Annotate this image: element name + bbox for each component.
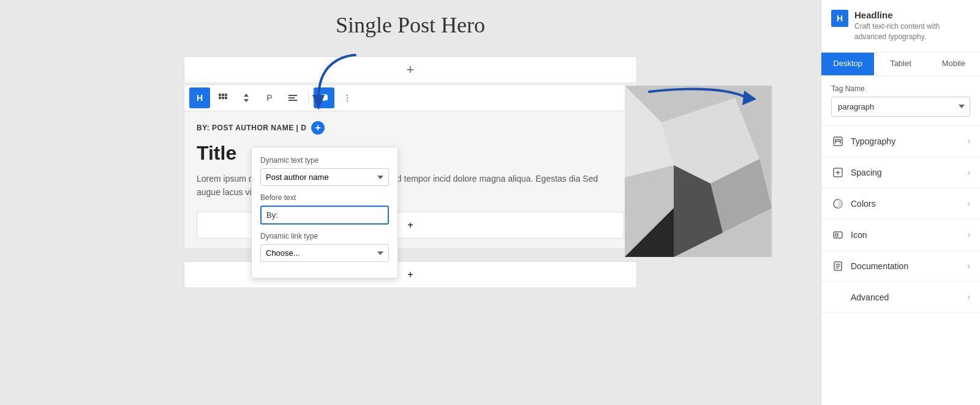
advanced-label: Advanced [851,292,889,302]
accordion-spacing-left: Spacing [831,166,882,179]
advanced-chevron: › [968,293,970,302]
svg-rect-1 [222,94,224,96]
popup-before-input[interactable] [260,206,389,225]
popup-type-label: Dynamic text type [260,156,389,165]
svg-rect-5 [225,97,227,99]
tab-mobile[interactable]: Mobile [927,53,980,75]
svg-marker-19 [742,91,756,105]
canvas-area: Single Post Hero + H P ⋮ [0,0,821,405]
accordion-icon: Icon › [821,220,980,251]
headline-icon: H [831,10,848,27]
tag-name-section: Tag Name paragraph h1 h2 h3 h4 h5 h6 div… [821,76,980,126]
headline-title: Headline [854,10,970,20]
accordion-advanced: Advanced › [821,282,980,313]
svg-rect-2 [225,94,227,96]
spacing-icon [831,166,845,179]
tag-name-label: Tag Name [831,84,970,93]
add-bottom-icon: + [407,269,413,280]
tab-tablet[interactable]: Tablet [874,53,927,75]
accordion-documentation-header[interactable]: Documentation › [821,251,980,281]
tab-desktop[interactable]: Desktop [821,53,874,75]
accordion-icon-left: Icon [831,228,867,242]
toolbar-p-button[interactable]: P [259,87,280,108]
typography-chevron: › [968,137,970,146]
accordion-documentation: Documentation › [821,251,980,282]
icon-label: Icon [851,230,867,240]
svg-rect-3 [219,97,221,99]
spacing-chevron: › [968,168,970,177]
headline-desc: Craft text-rich content with advanced ty… [854,21,970,42]
svg-rect-7 [288,97,295,98]
toolbar: H P ⋮ [184,84,637,111]
accordion-advanced-header[interactable]: Advanced › [821,282,980,313]
documentation-label: Documentation [851,261,908,271]
arrow-left [300,49,374,131]
add-top-icon: + [407,62,415,78]
popup-before-label: Before text [260,193,389,202]
svg-rect-0 [219,94,221,96]
tag-name-select[interactable]: paragraph h1 h2 h3 h4 h5 h6 div span [831,97,970,117]
colors-icon [831,197,845,210]
accordion-documentation-left: Documentation [831,259,908,273]
accordion-colors: Colors › [821,188,980,220]
toolbar-arrows-button[interactable] [236,87,257,108]
page-title: Single Post Hero [336,12,485,38]
accordion-spacing: Spacing › [821,157,980,188]
accordion-advanced-left: Advanced [831,291,889,304]
sidebar-header: H Headline Craft text-rich content with … [821,0,980,53]
arrow-right [643,73,766,125]
add-section-top[interactable]: + [184,56,637,83]
colors-label: Colors [851,199,875,209]
popup-link-select[interactable]: Choose... Post URL Author URL [260,244,389,262]
svg-rect-8 [288,100,297,101]
view-tabs: Desktop Tablet Mobile [821,53,980,76]
accordion-spacing-header[interactable]: Spacing › [821,157,980,188]
accordion-typography-header[interactable]: Typography › [821,126,980,157]
accordion-icon-header[interactable]: Icon › [821,220,980,250]
right-sidebar: H Headline Craft text-rich content with … [821,0,980,405]
typography-label: Typography [851,136,895,146]
icon-section-icon [831,228,845,242]
documentation-icon [831,259,845,273]
popup-type-select[interactable]: Post author name Post title Post date Po… [260,168,389,186]
icon-chevron: › [968,231,970,239]
accordion-colors-header[interactable]: Colors › [821,188,980,219]
documentation-chevron: › [968,262,970,270]
accordion-typography: Typography › [821,126,980,157]
typography-icon [831,135,845,148]
add-inner-icon: + [407,220,413,231]
author-text: BY: POST AUTHOR NAME | D [197,124,306,132]
colors-chevron: › [968,199,970,208]
svg-marker-18 [312,95,325,110]
headline-info: Headline Craft text-rich content with ad… [854,10,970,42]
popup-link-label: Dynamic link type [260,232,389,240]
toolbar-h-button[interactable]: H [189,87,210,108]
accordion-typography-left: Typography [831,135,895,148]
author-line: BY: POST AUTHOR NAME | D + [197,121,624,135]
toolbar-grid-button[interactable] [213,87,233,108]
svg-rect-4 [222,97,224,99]
svg-rect-6 [288,95,297,96]
svg-rect-24 [835,234,838,236]
dynamic-popup: Dynamic text type Post author name Post … [251,147,398,278]
accordion-colors-left: Colors [831,197,875,210]
spacing-label: Spacing [851,168,882,177]
advanced-icon [831,291,845,304]
